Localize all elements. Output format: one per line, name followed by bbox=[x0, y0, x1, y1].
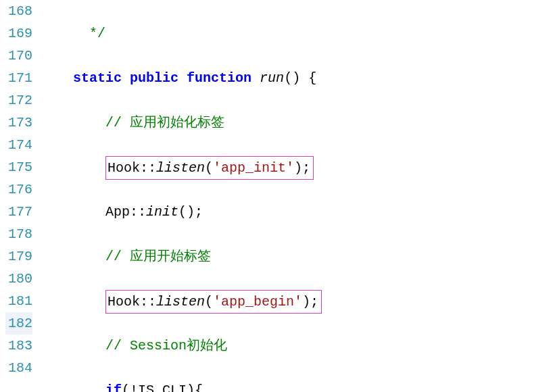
keyword-static: static bbox=[73, 70, 122, 86]
highlight-box-app-init: Hook::listen('app_init'); bbox=[105, 156, 314, 180]
line-number: 184 bbox=[5, 357, 32, 379]
code-line[interactable]: Hook::listen('app_begin'); bbox=[41, 290, 549, 312]
identifier: Hook bbox=[108, 160, 140, 176]
line-gutter: 168 169 170 171 172 173 174 175 176 177 … bbox=[0, 0, 41, 392]
keyword-public: public bbox=[130, 70, 178, 86]
function-name: run bbox=[260, 70, 284, 86]
keyword-function: function bbox=[187, 70, 252, 86]
line-number: 171 bbox=[5, 67, 32, 89]
highlight-box-app-begin: Hook::listen('app_begin'); bbox=[105, 290, 322, 314]
line-number: 182 bbox=[5, 312, 32, 335]
code-line[interactable]: App::init(); bbox=[41, 201, 549, 223]
code-line[interactable]: static public function run() { bbox=[41, 67, 549, 89]
string: 'app_init' bbox=[213, 160, 294, 176]
identifier: App bbox=[105, 204, 130, 220]
code-editor[interactable]: 168 169 170 171 172 173 174 175 176 177 … bbox=[0, 0, 549, 392]
line-number: 172 bbox=[5, 89, 32, 112]
constant: IS_CLI bbox=[138, 383, 187, 392]
line-number: 183 bbox=[5, 335, 32, 357]
method: init bbox=[146, 204, 178, 220]
code-line[interactable]: // Session初始化 bbox=[41, 335, 549, 357]
line-number: 175 bbox=[5, 156, 32, 178]
line-number: 168 bbox=[5, 0, 32, 22]
code-line[interactable]: if(!IS_CLI){ bbox=[41, 379, 549, 392]
line-number: 176 bbox=[5, 178, 32, 201]
line-number: 178 bbox=[5, 223, 32, 245]
line-number: 173 bbox=[5, 112, 32, 134]
comment-close: */ bbox=[89, 26, 105, 41]
method: listen bbox=[156, 160, 205, 176]
comment: // Session初始化 bbox=[105, 338, 227, 353]
punct: () { bbox=[284, 70, 316, 86]
line-number: 179 bbox=[5, 245, 32, 268]
line-number: 181 bbox=[5, 290, 32, 312]
identifier: Hook bbox=[108, 294, 140, 310]
comment: // 应用初始化标签 bbox=[105, 115, 224, 130]
code-line[interactable]: // 应用初始化标签 bbox=[41, 112, 549, 134]
code-line[interactable]: Hook::listen('app_init'); bbox=[41, 156, 549, 178]
comment: // 应用开始标签 bbox=[105, 249, 211, 264]
code-area[interactable]: */ static public function run() { // 应用初… bbox=[41, 0, 549, 392]
line-number: 177 bbox=[5, 201, 32, 223]
string: 'app_begin' bbox=[213, 294, 302, 310]
method: listen bbox=[156, 294, 205, 310]
code-line[interactable]: */ bbox=[41, 22, 549, 45]
line-number: 174 bbox=[5, 134, 32, 156]
keyword-if: if bbox=[105, 383, 122, 392]
line-number: 169 bbox=[5, 22, 32, 45]
code-line[interactable]: // 应用开始标签 bbox=[41, 245, 549, 268]
line-number: 170 bbox=[5, 45, 32, 67]
line-number: 180 bbox=[5, 268, 32, 290]
